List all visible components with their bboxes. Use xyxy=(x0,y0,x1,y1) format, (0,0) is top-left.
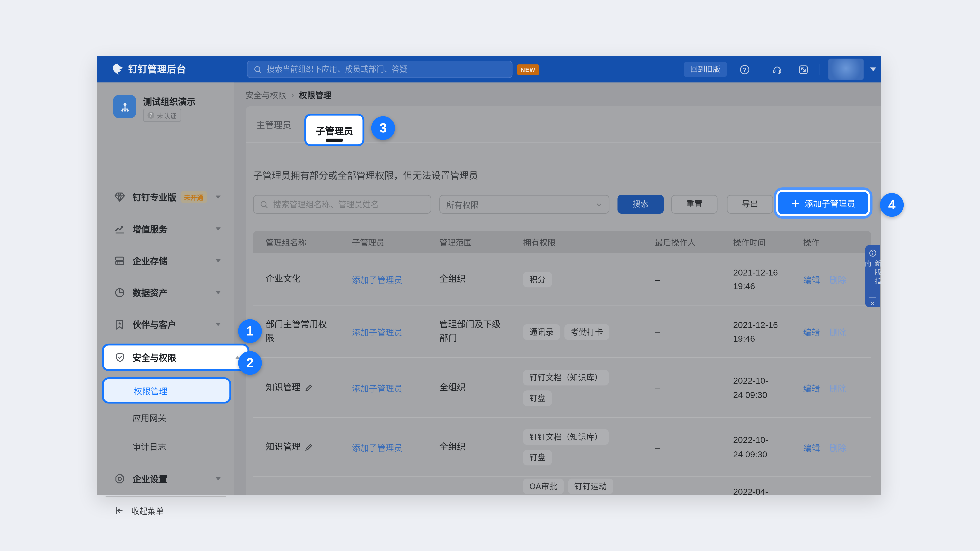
add-sub-admin-link[interactable]: 添加子管理员 xyxy=(352,275,402,285)
org-switcher[interactable]: 测试组织演示 ? 未认证 xyxy=(97,94,234,129)
callout-step-2: 2 xyxy=(238,351,262,375)
export-button[interactable]: 导出 xyxy=(727,195,773,214)
storage-drive-icon xyxy=(114,254,126,266)
add-sub-admin-button[interactable]: 添加子管理员 xyxy=(776,190,870,216)
new-version-guide-tab[interactable]: 新版指南 × xyxy=(865,245,880,307)
unverified-seal-icon: ? xyxy=(147,112,154,119)
user-avatar[interactable] xyxy=(828,59,864,80)
delete-link[interactable]: 删除 xyxy=(829,441,846,453)
last-operator: – xyxy=(655,327,733,337)
tab-label: 子管理员 xyxy=(316,124,353,137)
breadcrumb-parent[interactable]: 安全与权限 xyxy=(246,89,286,101)
sidebar-item-partners-customers[interactable]: 伙伴与客户 xyxy=(97,313,234,335)
edit-link[interactable]: 编辑 xyxy=(803,381,820,394)
group-name: 部门主管常用权限 xyxy=(266,318,331,345)
bookmark-star-icon xyxy=(114,318,126,330)
header-divider xyxy=(819,64,819,75)
trend-chart-icon xyxy=(114,223,126,235)
edit-pencil-icon[interactable] xyxy=(304,443,313,451)
search-button[interactable]: 搜索 xyxy=(617,195,664,214)
user-menu-caret-icon[interactable] xyxy=(870,68,876,71)
callout-step-1: 1 xyxy=(238,319,262,343)
app-title: 钉钉管理后台 xyxy=(128,56,186,83)
close-icon[interactable]: × xyxy=(870,300,875,307)
delete-link[interactable]: 删除 xyxy=(829,494,846,495)
customer-service-headset-icon[interactable] xyxy=(772,64,783,75)
reset-button[interactable]: 重置 xyxy=(671,195,718,214)
app-window: 钉钉管理后台 NEW 回到旧版 ? xyxy=(97,56,881,495)
dingtalk-logo-icon xyxy=(111,62,124,76)
sub-admin-table: 管理组名称 子管理员 管理范围 拥有权限 最后操作人 操作时间 操作 企业文化 … xyxy=(253,231,871,495)
delete-link[interactable]: 删除 xyxy=(829,381,846,394)
edit-link[interactable]: 编辑 xyxy=(803,273,820,286)
tab-main-admin[interactable]: 主管理员 xyxy=(256,118,291,130)
chevron-down-icon xyxy=(216,227,221,230)
delete-link[interactable]: 删除 xyxy=(829,273,846,286)
chevron-down-icon xyxy=(216,259,221,262)
last-operator: – xyxy=(655,383,733,393)
last-operator: – xyxy=(655,442,733,452)
col-header-operation-time: 操作时间 xyxy=(733,236,803,248)
sidebar-item-enterprise-storage[interactable]: 企业存储 xyxy=(97,249,234,272)
sidebar-item-enterprise-settings[interactable]: 企业设置 xyxy=(97,467,234,490)
highlighted-tab-sub-admin[interactable]: 子管理员 xyxy=(304,114,364,146)
global-search[interactable] xyxy=(247,60,512,78)
add-sub-admin-link[interactable]: 添加子管理员 xyxy=(352,328,402,337)
scope: 全组织 xyxy=(439,381,466,394)
permission-tag: 积分 xyxy=(523,272,552,287)
col-header-permissions: 拥有权限 xyxy=(523,236,655,248)
breadcrumb-current: 权限管理 xyxy=(299,89,331,101)
global-search-input[interactable] xyxy=(266,64,506,74)
shield-check-icon xyxy=(115,352,126,363)
collapse-menu-button[interactable]: 收起菜单 xyxy=(97,499,234,522)
highlighted-sidebar-item-security-permissions[interactable]: 安全与权限 xyxy=(102,344,249,371)
chevron-down-icon xyxy=(216,322,221,326)
operation-time: 2021-12-16 19:46 xyxy=(733,265,791,293)
edit-link[interactable]: 编辑 xyxy=(803,441,820,453)
operation-time: 2022-04- xyxy=(733,485,791,495)
page-description: 子管理员拥有部分或全部管理权限，但无法设置管理员 xyxy=(253,168,478,181)
help-icon[interactable]: ? xyxy=(739,64,750,75)
back-to-old-version-button[interactable]: 回到旧版 xyxy=(684,62,727,77)
new-badge: NEW xyxy=(517,64,539,75)
edit-link[interactable]: 编辑 xyxy=(803,326,820,338)
sidebar-item-label: 企业存储 xyxy=(132,254,167,267)
info-icon xyxy=(869,249,877,257)
add-sub-admin-link[interactable]: 添加子管理员 xyxy=(352,384,402,393)
operation-time: 2021-12-16 19:46 xyxy=(733,318,791,346)
breadcrumb-separator-icon: › xyxy=(291,90,294,99)
sidebar-item-pro-version[interactable]: 钉钉专业版 未开通 xyxy=(97,186,234,208)
edit-link[interactable]: 编辑 xyxy=(803,494,820,495)
highlighted-sidebar-subitem-permission-management[interactable]: 权限管理 xyxy=(102,377,231,404)
sidebar-subitem-audit-log[interactable]: 审计日志 xyxy=(97,436,234,457)
admin-group-search-input[interactable] xyxy=(272,199,425,210)
table-header-row: 管理组名称 子管理员 管理范围 拥有权限 最后操作人 操作时间 操作 xyxy=(253,231,871,253)
permission-filter-select[interactable]: 所有权限 xyxy=(439,195,609,214)
table-row: 知识管理 添加子管理员 全组织 钉钉文档（知识库） 钉盘 – 2022-10- … xyxy=(253,417,871,476)
table-row: 企业文化 添加子管理员 全组织 积分 – 2021-12-16 19:46 编辑… xyxy=(253,253,871,305)
admin-group-search[interactable] xyxy=(253,195,431,214)
chevron-down-icon xyxy=(216,195,221,198)
permission-tag: 钉钉运动 xyxy=(568,478,613,494)
callout-step-3: 3 xyxy=(371,116,395,140)
table-row: 应用管理 小王 全组织 OA审批 钉钉运动 2022-04- 编辑 删除 xyxy=(253,476,871,495)
col-header-actions: 操作 xyxy=(803,236,871,248)
not-activated-badge: 未开通 xyxy=(181,191,207,203)
sidebar-item-label: 安全与权限 xyxy=(132,351,176,364)
sidebar-item-label: 钉钉专业版 xyxy=(132,191,176,203)
delete-link[interactable]: 删除 xyxy=(829,326,846,338)
group-name: 应用管理 xyxy=(266,494,301,495)
org-name: 测试组织演示 xyxy=(143,95,196,107)
sidebar-item-data-assets[interactable]: 数据资产 xyxy=(97,281,234,304)
chevron-down-icon xyxy=(595,201,603,208)
scope: 全组织 xyxy=(439,494,466,495)
permission-tag: 钉钉文档（知识库） xyxy=(523,370,609,385)
add-sub-admin-link[interactable]: 添加子管理员 xyxy=(352,443,402,453)
sidebar-subitem-app-gateway[interactable]: 应用网关 xyxy=(97,407,234,429)
add-sub-admin-button-label: 添加子管理员 xyxy=(805,197,855,209)
plus-icon xyxy=(791,199,799,207)
operation-time: 2022-10- 24 09:30 xyxy=(733,374,791,402)
edit-pencil-icon[interactable] xyxy=(304,383,313,392)
fullscreen-expand-icon[interactable] xyxy=(798,64,809,75)
sidebar-item-value-added-services[interactable]: 增值服务 xyxy=(97,218,234,240)
